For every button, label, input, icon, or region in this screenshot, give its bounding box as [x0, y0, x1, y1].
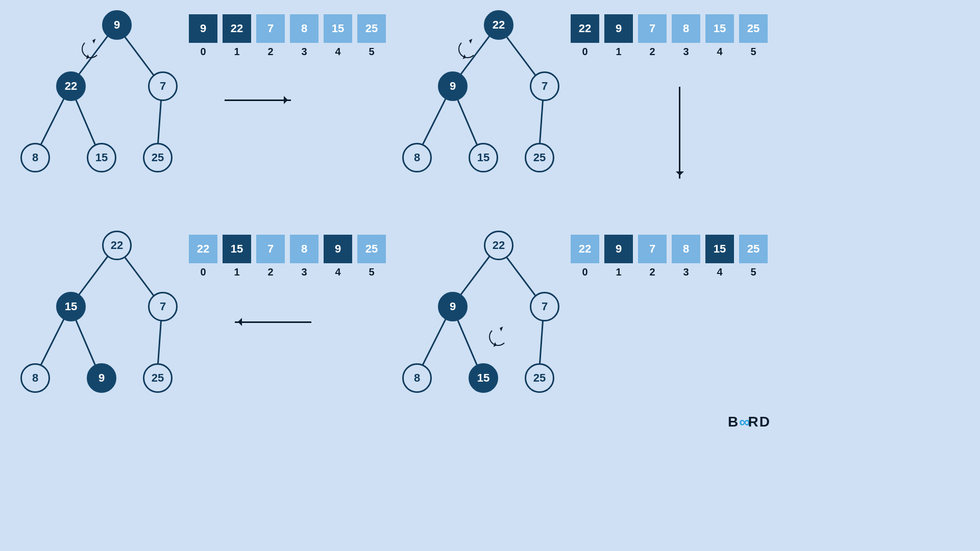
- tree-node: 9: [438, 292, 468, 321]
- array-index: 4: [705, 46, 734, 58]
- array-index: 5: [357, 46, 386, 58]
- arrow-right-icon: [225, 99, 291, 101]
- array-cell: 83: [672, 235, 700, 263]
- array-cell: 90: [189, 14, 217, 43]
- array-index: 4: [705, 266, 734, 278]
- logo-pre: B: [728, 414, 739, 430]
- array-index: 3: [290, 46, 318, 58]
- array-index: 2: [638, 266, 667, 278]
- tree-node: 22: [102, 231, 132, 260]
- logo-post: RD: [748, 414, 771, 430]
- tree-node: 7: [148, 292, 178, 321]
- tree-p2: 229781525: [392, 10, 571, 184]
- tree-node: 22: [56, 71, 86, 101]
- tree-node: 25: [525, 363, 554, 393]
- tree-p1: 922781525: [10, 10, 189, 184]
- array-cell: 220: [571, 14, 599, 43]
- array-cell: 91: [604, 14, 633, 43]
- logo-infinity-icon: ∞: [739, 413, 748, 431]
- panel-4: 221578925 220151728394255: [0, 220, 392, 441]
- array-index: 1: [604, 46, 633, 58]
- array-cell: 83: [290, 14, 318, 43]
- array-cell: 255: [357, 14, 386, 43]
- array-cell: 154: [705, 14, 734, 43]
- tree-node: 15: [87, 143, 116, 172]
- array-index: 2: [256, 46, 285, 58]
- swap-icon: [458, 40, 477, 58]
- tree-node: 9: [102, 10, 132, 40]
- array-index: 0: [571, 46, 599, 58]
- array-cell: 255: [357, 235, 386, 263]
- array-cell: 154: [705, 235, 734, 263]
- tree-node: 15: [469, 363, 498, 393]
- tree-node: 8: [402, 143, 432, 172]
- array-index: 0: [189, 266, 217, 278]
- tree-node: 8: [20, 363, 50, 393]
- array-cell: 72: [638, 235, 667, 263]
- panel-1: 922781525 902217283154255: [0, 0, 392, 220]
- array-index: 4: [324, 266, 352, 278]
- array-index: 3: [672, 266, 700, 278]
- array-cell: 220: [189, 235, 217, 263]
- array-cell: 221: [223, 14, 251, 43]
- array-p1: 902217283154255: [189, 14, 386, 43]
- panel-2: 229781525 220917283154255: [392, 0, 784, 220]
- array-cell: 255: [739, 235, 768, 263]
- array-index: 2: [256, 266, 285, 278]
- array-cell: 154: [324, 14, 352, 43]
- array-index: 1: [604, 266, 633, 278]
- tree-node: 7: [148, 71, 178, 101]
- arrow-left-icon: [235, 321, 311, 323]
- tree-node: 25: [143, 363, 173, 393]
- tree-node: 7: [530, 292, 559, 321]
- array-cell: 220: [571, 235, 599, 263]
- array-index: 1: [223, 266, 251, 278]
- array-cell: 151: [223, 235, 251, 263]
- logo: B ∞ RD: [728, 413, 771, 431]
- tree-node: 8: [20, 143, 50, 172]
- array-index: 0: [189, 46, 217, 58]
- tree-node: 15: [469, 143, 498, 172]
- array-cell: 91: [604, 235, 633, 263]
- swap-icon: [489, 328, 507, 346]
- array-cell: 83: [290, 235, 318, 263]
- array-p2: 220917283154255: [571, 14, 768, 43]
- tree-node: 7: [530, 71, 559, 101]
- array-index: 4: [324, 46, 352, 58]
- tree-node: 15: [56, 292, 86, 321]
- tree-node: 22: [484, 10, 513, 40]
- array-p3: 220917283154255: [571, 235, 768, 263]
- tree-node: 22: [484, 231, 513, 260]
- swap-icon: [82, 40, 100, 58]
- arrow-down-icon: [679, 87, 680, 179]
- array-cell: 72: [638, 14, 667, 43]
- tree-p4: 221578925: [10, 231, 189, 404]
- array-index: 5: [739, 46, 768, 58]
- array-index: 2: [638, 46, 667, 58]
- array-cell: 83: [672, 14, 700, 43]
- tree-node: 9: [438, 71, 468, 101]
- tree-node: 9: [87, 363, 116, 393]
- tree-node: 25: [525, 143, 554, 172]
- panel-3: 229781525 220917283154255: [392, 220, 784, 441]
- array-index: 5: [739, 266, 768, 278]
- array-cell: 94: [324, 235, 352, 263]
- array-index: 3: [672, 46, 700, 58]
- array-cell: 72: [256, 235, 285, 263]
- array-index: 0: [571, 266, 599, 278]
- array-index: 3: [290, 266, 318, 278]
- tree-p3: 229781525: [392, 231, 571, 404]
- array-cell: 72: [256, 14, 285, 43]
- array-index: 1: [223, 46, 251, 58]
- array-cell: 255: [739, 14, 768, 43]
- tree-node: 8: [402, 363, 432, 393]
- tree-node: 25: [143, 143, 173, 172]
- array-index: 5: [357, 266, 386, 278]
- array-p4: 220151728394255: [189, 235, 386, 263]
